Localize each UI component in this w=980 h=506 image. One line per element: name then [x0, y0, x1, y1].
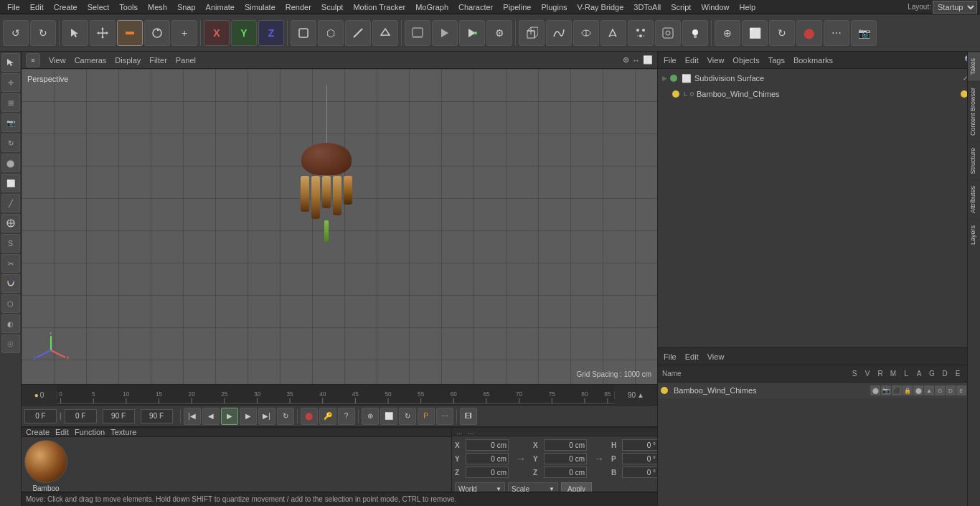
redo-button[interactable]: ↻ [30, 20, 56, 46]
p-input[interactable] [622, 453, 657, 464]
viewport-icon-2[interactable]: ↔ [632, 56, 640, 65]
menu-create[interactable]: Create [50, 0, 82, 14]
menu-pipeline[interactable]: Pipeline [499, 0, 535, 14]
render-settings-button[interactable]: ⚙ [486, 20, 512, 46]
go-end-button[interactable]: ▶| [258, 408, 275, 425]
material-item[interactable]: Bamboo [24, 440, 67, 492]
material-function-tab[interactable]: Function [75, 428, 105, 436]
menu-snap[interactable]: Snap [173, 0, 200, 14]
viewport[interactable]: ≡ View Cameras Display Filter Panel ⊕ ↔ … [22, 52, 657, 384]
filmstrip-button[interactable]: 🎞 [460, 408, 477, 425]
tab-takes[interactable]: Takes [968, 52, 980, 81]
sidebar-rotate-icon[interactable]: ↻ [1, 133, 20, 152]
tab-content-browser[interactable]: Content Browser [968, 81, 980, 141]
sidebar-line-icon[interactable]: ╱ [1, 194, 20, 212]
tab-structure[interactable]: Structure [968, 141, 980, 180]
step-forward-button[interactable]: ▶ [240, 408, 257, 425]
go-start-button[interactable]: |◀ [184, 408, 201, 425]
render-active-button[interactable] [459, 20, 485, 46]
end-frame-input[interactable] [103, 409, 135, 423]
dots-button[interactable]: ⋯ [824, 20, 849, 46]
attr-icon-9[interactable]: E [956, 385, 966, 395]
menu-mograph[interactable]: MoGraph [411, 0, 453, 14]
current-frame-input[interactable] [24, 409, 57, 423]
dots2-button[interactable]: ⋯ [436, 408, 453, 425]
autokey-button[interactable]: 🔑 [319, 408, 336, 425]
sidebar-grid-icon[interactable]: ⊞ [1, 93, 20, 112]
menu-character[interactable]: Character [454, 0, 497, 14]
sidebar-grab-icon[interactable]: ☉ [1, 334, 20, 353]
viewport-icon-1[interactable]: ⊕ [623, 55, 629, 65]
ik-button[interactable]: ⬜ [380, 408, 397, 425]
material-edit-tab[interactable]: Edit [55, 428, 69, 436]
play-button[interactable]: ▶ [221, 408, 238, 425]
menu-sculpt[interactable]: Sculpt [317, 0, 348, 14]
z-axis-button[interactable]: Z [258, 20, 284, 46]
step-back-button[interactable]: ◀ [202, 408, 220, 425]
frame-step-input[interactable] [141, 409, 173, 423]
undo-button[interactable]: ↺ [3, 20, 29, 46]
attr-icon-5[interactable]: ⬤ [913, 385, 923, 395]
edge-mode-button[interactable] [345, 20, 371, 46]
viewport-filter-menu[interactable]: Filter [149, 56, 166, 65]
y-axis-button[interactable]: Y [231, 20, 257, 46]
timeline-ruler[interactable]: 0 5 10 15 20 25 30 35 [57, 385, 614, 405]
menu-select[interactable]: Select [83, 0, 114, 14]
attr-icon-6[interactable]: ▲ [924, 385, 934, 395]
motion-path-button[interactable]: ⊕ [362, 408, 379, 425]
sidebar-magnet-icon[interactable] [1, 274, 20, 293]
viewport-cameras-menu[interactable]: Cameras [75, 56, 107, 65]
cache-button[interactable]: P [418, 408, 435, 425]
loop-button[interactable]: ↻ [277, 408, 294, 425]
sidebar-move-icon[interactable]: ✛ [1, 73, 20, 92]
viewport-menu-button[interactable]: ≡ [26, 53, 40, 67]
menu-help[interactable]: Help [735, 0, 760, 14]
b-input[interactable] [622, 467, 657, 478]
menu-script[interactable]: Script [666, 0, 695, 14]
sidebar-box-icon[interactable]: ⬜ [1, 174, 20, 192]
subdivision-surface-item[interactable]: ▶ ⬜ Subdivision Surface ✓ ✕ [659, 70, 979, 86]
x-axis-button[interactable]: X [204, 20, 230, 46]
tab-layers[interactable]: Layers [968, 219, 980, 250]
sidebar-stamp-icon[interactable]: ⬡ [1, 294, 20, 313]
light-button[interactable] [682, 20, 708, 46]
bamboo-wind-chimes-item[interactable]: L 0 Bamboo_Wind_Chimes ⋯ [669, 86, 979, 102]
shape-deformer-button[interactable] [600, 20, 626, 46]
attr-icon-2[interactable]: 📷 [881, 385, 891, 395]
shape-nurbs-button[interactable] [573, 20, 599, 46]
menu-animate[interactable]: Animate [202, 0, 239, 14]
material-texture-tab[interactable]: Texture [110, 428, 136, 436]
material-create-tab[interactable]: Create [26, 428, 50, 436]
viewport-panel-menu[interactable]: Panel [176, 56, 196, 65]
motion-button[interactable]: ? [338, 408, 355, 425]
objects-view-menu[interactable]: View [705, 56, 727, 65]
objects-bookmarks-menu[interactable]: Bookmarks [791, 56, 836, 65]
dynamics-button[interactable]: ↻ [399, 408, 416, 425]
attr-icon-3[interactable]: ⬛ [892, 385, 902, 395]
menu-vray[interactable]: V-Ray Bridge [573, 0, 628, 14]
sidebar-material-icon[interactable]: ◐ [1, 314, 20, 333]
menu-render[interactable]: Render [281, 0, 316, 14]
attr-icon-8[interactable]: D [946, 385, 956, 395]
attr-icon-4[interactable]: 🔒 [903, 385, 913, 395]
attr-icon-7[interactable]: G [935, 385, 945, 395]
attr-icon-1[interactable]: ⬤ [870, 385, 880, 395]
objects-file-menu[interactable]: File [661, 56, 679, 65]
rotate2-button[interactable]: ↻ [769, 20, 795, 46]
attr-edit-menu[interactable]: Edit [682, 352, 702, 361]
sidebar-paint-icon[interactable] [1, 214, 20, 233]
render-region-button[interactable] [405, 20, 430, 46]
object-mode-button[interactable] [291, 20, 316, 46]
transform-button[interactable]: ⬜ [742, 20, 768, 46]
start-frame-input[interactable] [65, 409, 97, 423]
menu-3dtoall[interactable]: 3DToAll [629, 0, 665, 14]
record-mode-button[interactable]: ⬤ [301, 408, 318, 425]
sidebar-knife-icon[interactable]: ✂ [1, 254, 20, 273]
menu-motion-tracker[interactable]: Motion Tracker [349, 0, 410, 14]
add-tool-button[interactable]: + [171, 20, 197, 46]
select-tool-button[interactable] [62, 20, 88, 46]
y-position-input[interactable] [466, 453, 509, 464]
viewport-canvas[interactable]: Perspective [22, 69, 657, 384]
z-position-input[interactable] [466, 467, 509, 478]
objects-tags-menu[interactable]: Tags [765, 56, 788, 65]
